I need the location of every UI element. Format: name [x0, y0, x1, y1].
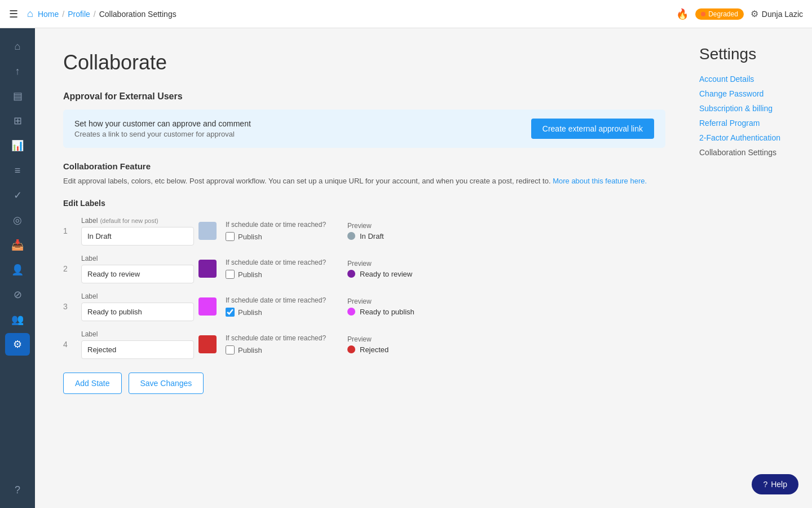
preview-label: Preview [347, 260, 412, 268]
sidebar-item-settings[interactable]: ⚙ [5, 333, 30, 356]
settings-nav-item[interactable]: Referral Program [699, 119, 801, 128]
schedule-label: If schedule date or time reached? [226, 259, 338, 266]
save-changes-button[interactable]: Save Changes [129, 373, 204, 394]
sidebar-item-documents[interactable]: ▤ [5, 85, 30, 107]
settings-panel: Settings Account DetailsChange PasswordS… [688, 28, 812, 508]
sidebar-item-analytics[interactable]: 📊 [5, 134, 30, 157]
main-content: Collaborate Approval for External Users … [35, 28, 688, 508]
publish-check[interactable]: Publish [226, 270, 338, 279]
schedule-label: If schedule date or time reached? [226, 334, 338, 342]
label-row: 1 Label(default for new post) If schedul… [63, 217, 665, 246]
breadcrumb-sep1: / [62, 10, 64, 19]
sidebar-item-inbox[interactable]: 📥 [5, 234, 30, 256]
label-rows-container: 1 Label(default for new post) If schedul… [63, 217, 665, 359]
schedule-label: If schedule date or time reached? [226, 221, 338, 229]
settings-nav-item[interactable]: Account Details [699, 75, 801, 84]
approval-box-subtitle: Creates a link to send your customer for… [74, 130, 251, 138]
label-group: Label [81, 292, 217, 321]
approval-box-title: Set how your customer can approve and co… [74, 119, 251, 128]
breadcrumb-current: Collaboration Settings [99, 10, 176, 19]
settings-nav-item[interactable]: 2-Factor Authentication [699, 133, 801, 142]
preview-group: Preview Rejected [347, 335, 389, 354]
breadcrumb-home[interactable]: Home [38, 10, 59, 19]
sidebar-item-person[interactable]: 👤 [5, 259, 30, 281]
preview-dot [347, 270, 355, 278]
approval-box: Set how your customer can approve and co… [63, 110, 665, 148]
label-input[interactable] [81, 227, 194, 246]
breadcrumb: Home / Profile / Collaboration Settings [38, 10, 176, 19]
publish-label: Publish [238, 270, 262, 279]
label-field-label: Label(default for new post) [81, 217, 194, 225]
row-number: 1 [63, 226, 72, 235]
sidebar-item-users[interactable]: 👥 [5, 308, 30, 331]
color-swatch[interactable] [198, 222, 217, 240]
preview-dot [347, 345, 355, 353]
label-group: Label [81, 330, 217, 359]
sidebar-item-home[interactable]: ⌂ [5, 35, 30, 58]
fire-icon: 🔥 [676, 8, 689, 20]
publish-checkbox[interactable] [226, 232, 235, 241]
publish-label: Publish [238, 308, 262, 317]
sidebar-item-layers[interactable]: ⊘ [5, 283, 30, 306]
page-title: Collaborate [63, 51, 665, 75]
label-group: Label [81, 255, 217, 283]
color-swatch[interactable] [198, 335, 217, 353]
collab-feature-link[interactable]: More about this feature here. [553, 177, 647, 185]
preview-value: Ready to publish [347, 308, 414, 316]
preview-value: In Draft [347, 232, 384, 240]
label-field-label: Label [81, 292, 194, 300]
publish-check[interactable]: Publish [226, 308, 338, 317]
collab-feature-title: Collaboration Feature [63, 161, 665, 171]
color-swatch[interactable] [198, 297, 217, 316]
settings-nav-item[interactable]: Subscription & billing [699, 104, 801, 113]
schedule-label: If schedule date or time reached? [226, 296, 338, 304]
sidebar-item-upload[interactable]: ↑ [5, 60, 30, 82]
preview-label: Preview [347, 335, 389, 343]
preview-group: Preview Ready to publish [347, 297, 414, 316]
preview-dot [347, 308, 355, 316]
sidebar-item-rules[interactable]: ✓ [5, 184, 30, 207]
home-icon: ⌂ [27, 8, 33, 20]
edit-labels-title: Edit Labels [63, 199, 665, 208]
schedule-group: If schedule date or time reached? Publis… [226, 296, 338, 317]
breadcrumb-profile[interactable]: Profile [68, 10, 90, 19]
schedule-group: If schedule date or time reached? Publis… [226, 259, 338, 279]
publish-checkbox[interactable] [226, 308, 235, 317]
actions-bar: Add State Save Changes [63, 373, 665, 394]
add-state-button[interactable]: Add State [63, 373, 122, 394]
user-menu[interactable]: ⚙ Dunja Lazic [751, 8, 803, 19]
color-swatch[interactable] [198, 260, 217, 278]
label-input[interactable] [81, 303, 194, 321]
publish-check[interactable]: Publish [226, 345, 338, 354]
settings-nav-item[interactable]: Collaboration Settings [699, 148, 801, 157]
create-external-approval-link-button[interactable]: Create external approval link [531, 119, 654, 139]
preview-text: Rejected [360, 345, 389, 354]
help-label: Help [771, 480, 787, 489]
preview-dot [347, 232, 355, 240]
sidebar-item-grid[interactable]: ⊞ [5, 110, 30, 132]
label-input[interactable] [81, 265, 194, 283]
row-number: 2 [63, 264, 72, 273]
label-hint: (default for new post) [100, 217, 158, 224]
status-dot [701, 12, 705, 16]
publish-check[interactable]: Publish [226, 232, 338, 241]
publish-label: Publish [238, 346, 262, 354]
settings-nav: Account DetailsChange PasswordSubscripti… [699, 75, 801, 157]
publish-checkbox[interactable] [226, 345, 235, 354]
settings-title: Settings [699, 45, 801, 63]
hamburger-menu[interactable]: ☰ [9, 8, 18, 20]
preview-text: Ready to publish [360, 308, 414, 316]
settings-nav-item[interactable]: Change Password [699, 89, 801, 98]
preview-group: Preview Ready to review [347, 260, 412, 278]
publish-checkbox[interactable] [226, 270, 235, 279]
topnav-right: 🔥 Degraded ⚙ Dunja Lazic [676, 8, 803, 20]
label-field-label: Label [81, 255, 194, 262]
preview-label: Preview [347, 222, 384, 230]
label-row: 4 Label If schedule date or time reached… [63, 330, 665, 359]
sidebar-item-table[interactable]: ≡ [5, 159, 30, 182]
label-input[interactable] [81, 340, 194, 359]
sidebar-item-circle[interactable]: ◎ [5, 209, 30, 231]
help-button[interactable]: ? Help [752, 474, 798, 494]
status-badge: Degraded [695, 8, 744, 20]
sidebar-item-help[interactable]: ? [5, 479, 30, 501]
